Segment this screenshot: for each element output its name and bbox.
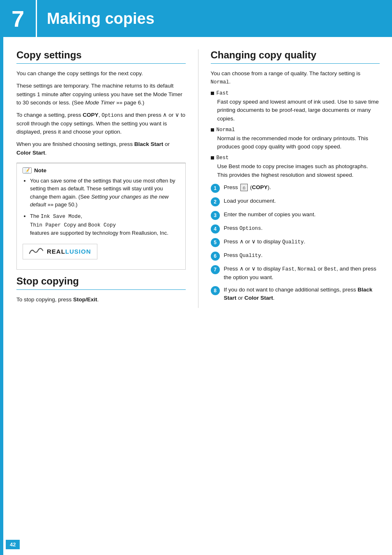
copy-settings-para3: To change a setting, press COPY, Options… [16,111,186,136]
bullet-icon [211,92,214,95]
left-column: Copy settings You can change the copy se… [16,49,186,308]
step-7: 7 Press ∧ or ∨ to display Fast, Normal o… [211,265,380,282]
quality-normal-label: Normal [211,127,380,133]
note-item-2: The Ink Save Mode, Thin Paper Copy and B… [30,212,180,237]
step-circle-4: 4 [211,224,220,234]
quality-normal-desc: Normal is the recommended mode for ordin… [211,134,380,151]
quality-fast: Fast Fast copy speed and lowest amount o… [211,90,380,123]
page-number: 42 [6,540,20,549]
quality-best: Best Use Best mode to copy precise image… [211,155,380,179]
quality-intro: You can choose from a range of quality. … [211,69,380,86]
reallusion-logo: REALLUSION [23,244,97,259]
step-circle-8: 8 [211,286,220,295]
step-3-text: Enter the number of copies you want. [224,210,380,219]
stop-copying-heading: Stop copying [16,275,186,290]
note-item-1: You can save some of the settings that y… [30,177,180,209]
note-box: 📝 Note You can save some of the settings… [16,163,186,270]
step-1: 1 Press ⎙ (COPY). [211,183,380,193]
step-circle-5: 5 [211,238,220,247]
step-4: 4 Press Options. [211,224,380,234]
page-header: 7 Making copies [0,0,392,37]
stop-copying-para: To stop copying, press Stop/Exit. [16,296,186,304]
step-8-text: If you do not want to change additional … [224,286,380,303]
steps-list: 1 Press ⎙ (COPY). 2 Load your document. … [211,183,380,303]
step-2: 2 Load your document. [211,197,380,206]
step-6-text: Press Quality. [224,251,380,260]
reallusion-text: REALLUSION [47,248,91,255]
step-circle-7: 7 [211,265,220,274]
copy-settings-section: Copy settings You can change the copy se… [16,49,186,270]
right-column: Changing copy quality You can choose fro… [198,49,380,308]
left-accent-bar [0,37,3,555]
copy-settings-para4: When you are finished choosing settings,… [16,140,186,157]
step-4-text: Press Options. [224,224,380,233]
note-icon: 📝 [23,167,32,173]
main-content: Copy settings You can change the copy se… [0,37,392,320]
bullet-icon [211,156,214,160]
step-8: 8 If you do not want to change additiona… [211,286,380,303]
bullet-icon [211,128,214,132]
copy-settings-heading: Copy settings [16,49,186,64]
step-7-text: Press ∧ or ∨ to display Fast, Normal or … [224,265,380,282]
step-circle-2: 2 [211,197,220,206]
step-circle-3: 3 [211,211,220,220]
chapter-title: Making copies [37,10,154,28]
copy-button-icon: ⎙ [240,184,248,191]
quality-fast-label: Fast [211,90,380,96]
step-circle-6: 6 [211,252,220,261]
step-5: 5 Press ∧ or ∨ to display Quality. [211,238,380,247]
copy-settings-para2: These settings are temporary. The machin… [16,82,186,107]
reallusion-icon [29,247,44,257]
step-2-text: Load your document. [224,197,380,205]
step-circle-1: 1 [211,184,220,193]
stop-copying-section: Stop copying To stop copying, press Stop… [16,275,186,304]
step-3: 3 Enter the number of copies you want. [211,210,380,220]
quality-normal: Normal Normal is the recommended mode fo… [211,127,380,151]
copy-settings-para1: You can change the copy settings for the… [16,69,186,78]
note-heading: 📝 Note [23,167,180,173]
quality-best-label: Best [211,155,380,161]
step-6: 6 Press Quality. [211,251,380,261]
note-list: You can save some of the settings that y… [23,177,180,237]
chapter-number: 7 [0,0,37,37]
quality-best-desc: Use Best mode to copy precise images suc… [211,162,380,179]
step-1-text: Press ⎙ (COPY). [224,183,380,192]
step-5-text: Press ∧ or ∨ to display Quality. [224,238,380,246]
changing-quality-heading: Changing copy quality [211,49,380,64]
quality-fast-desc: Fast copy speed and lowest amount of ink… [211,98,380,123]
